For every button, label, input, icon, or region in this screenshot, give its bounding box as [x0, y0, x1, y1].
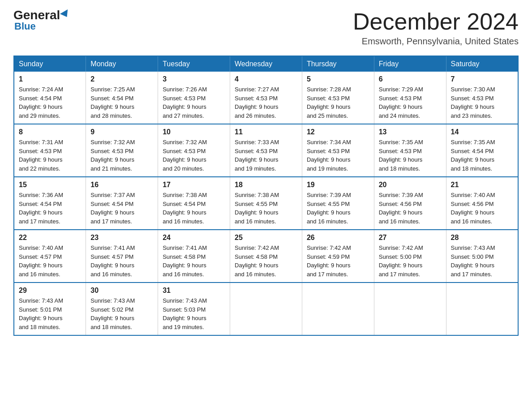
day-number: 11	[235, 128, 297, 136]
day-number: 6	[379, 75, 442, 83]
day-info: Sunrise: 7:31 AMSunset: 4:53 PMDaylight:…	[19, 139, 63, 172]
day-info: Sunrise: 7:32 AMSunset: 4:53 PMDaylight:…	[163, 139, 207, 172]
day-info: Sunrise: 7:34 AMSunset: 4:53 PMDaylight:…	[307, 139, 351, 172]
day-number: 30	[90, 287, 153, 295]
logo: General Blue	[13, 9, 70, 32]
day-number: 2	[90, 75, 153, 83]
day-info: Sunrise: 7:43 AMSunset: 5:03 PMDaylight:…	[163, 297, 207, 330]
calendar-week-row: 29 Sunrise: 7:43 AMSunset: 5:01 PMDaylig…	[14, 283, 518, 335]
day-info: Sunrise: 7:25 AMSunset: 4:54 PMDaylight:…	[90, 86, 135, 119]
day-number: 25	[235, 234, 297, 242]
day-number: 16	[90, 181, 153, 189]
day-number: 27	[379, 234, 442, 242]
day-info: Sunrise: 7:42 AMSunset: 5:00 PMDaylight:…	[379, 244, 423, 278]
calendar-cell	[302, 283, 374, 335]
calendar-cell: 15 Sunrise: 7:36 AMSunset: 4:54 PMDaylig…	[14, 177, 86, 230]
weekday-header-tuesday: Tuesday	[158, 56, 230, 72]
calendar-header-row: SundayMondayTuesdayWednesdayThursdayFrid…	[14, 56, 518, 72]
day-info: Sunrise: 7:35 AMSunset: 4:54 PMDaylight:…	[451, 139, 495, 172]
day-info: Sunrise: 7:43 AMSunset: 5:01 PMDaylight:…	[19, 297, 63, 330]
day-info: Sunrise: 7:38 AMSunset: 4:55 PMDaylight:…	[235, 192, 279, 225]
calendar-cell: 25 Sunrise: 7:42 AMSunset: 4:58 PMDaylig…	[230, 230, 302, 283]
day-number: 31	[163, 287, 225, 295]
logo-general-text: General	[13, 8, 70, 22]
day-info: Sunrise: 7:39 AMSunset: 4:56 PMDaylight:…	[379, 192, 423, 225]
calendar-cell: 21 Sunrise: 7:40 AMSunset: 4:56 PMDaylig…	[446, 177, 518, 230]
day-number: 19	[307, 181, 369, 189]
day-number: 10	[163, 128, 225, 136]
day-info: Sunrise: 7:37 AMSunset: 4:54 PMDaylight:…	[90, 192, 135, 225]
logo-top: General	[13, 9, 70, 21]
calendar-cell: 1 Sunrise: 7:24 AMSunset: 4:54 PMDayligh…	[14, 72, 86, 124]
weekday-header-saturday: Saturday	[446, 56, 518, 72]
calendar-cell: 24 Sunrise: 7:41 AMSunset: 4:58 PMDaylig…	[158, 230, 230, 283]
calendar-cell: 28 Sunrise: 7:43 AMSunset: 5:00 PMDaylig…	[446, 230, 518, 283]
day-info: Sunrise: 7:39 AMSunset: 4:55 PMDaylight:…	[307, 192, 351, 225]
day-number: 22	[19, 234, 81, 242]
day-number: 21	[451, 181, 513, 189]
day-number: 12	[307, 128, 369, 136]
day-info: Sunrise: 7:32 AMSunset: 4:53 PMDaylight:…	[90, 139, 135, 172]
day-info: Sunrise: 7:24 AMSunset: 4:54 PMDaylight:…	[19, 86, 63, 119]
calendar-cell: 10 Sunrise: 7:32 AMSunset: 4:53 PMDaylig…	[158, 124, 230, 177]
calendar-cell: 11 Sunrise: 7:33 AMSunset: 4:53 PMDaylig…	[230, 124, 302, 177]
calendar-cell: 17 Sunrise: 7:38 AMSunset: 4:54 PMDaylig…	[158, 177, 230, 230]
weekday-header-friday: Friday	[374, 56, 446, 72]
calendar-cell: 13 Sunrise: 7:35 AMSunset: 4:53 PMDaylig…	[374, 124, 446, 177]
day-info: Sunrise: 7:35 AMSunset: 4:53 PMDaylight:…	[379, 139, 423, 172]
title-area: December 2024 Emsworth, Pennsylvania, Un…	[353, 9, 519, 47]
calendar-week-row: 1 Sunrise: 7:24 AMSunset: 4:54 PMDayligh…	[14, 72, 518, 124]
calendar-cell: 2 Sunrise: 7:25 AMSunset: 4:54 PMDayligh…	[86, 72, 158, 124]
weekday-header-thursday: Thursday	[302, 56, 374, 72]
calendar-cell: 9 Sunrise: 7:32 AMSunset: 4:53 PMDayligh…	[86, 124, 158, 177]
day-info: Sunrise: 7:33 AMSunset: 4:53 PMDaylight:…	[235, 139, 279, 172]
calendar-cell: 12 Sunrise: 7:34 AMSunset: 4:53 PMDaylig…	[302, 124, 374, 177]
day-number: 8	[19, 128, 81, 136]
day-info: Sunrise: 7:28 AMSunset: 4:53 PMDaylight:…	[307, 86, 351, 119]
calendar-cell: 20 Sunrise: 7:39 AMSunset: 4:56 PMDaylig…	[374, 177, 446, 230]
calendar-cell: 7 Sunrise: 7:30 AMSunset: 4:53 PMDayligh…	[446, 72, 518, 124]
calendar-cell: 23 Sunrise: 7:41 AMSunset: 4:57 PMDaylig…	[86, 230, 158, 283]
day-number: 23	[90, 234, 153, 242]
calendar-cell: 27 Sunrise: 7:42 AMSunset: 5:00 PMDaylig…	[374, 230, 446, 283]
day-info: Sunrise: 7:43 AMSunset: 5:02 PMDaylight:…	[90, 297, 135, 330]
logo-blue-text: Blue	[14, 21, 36, 32]
calendar-cell: 16 Sunrise: 7:37 AMSunset: 4:54 PMDaylig…	[86, 177, 158, 230]
calendar-table: SundayMondayTuesdayWednesdayThursdayFrid…	[13, 56, 519, 336]
calendar-week-row: 15 Sunrise: 7:36 AMSunset: 4:54 PMDaylig…	[14, 177, 518, 230]
day-number: 7	[451, 75, 513, 83]
day-number: 26	[307, 234, 369, 242]
month-year-title: December 2024	[353, 9, 519, 34]
day-info: Sunrise: 7:36 AMSunset: 4:54 PMDaylight:…	[19, 192, 63, 225]
calendar-cell: 14 Sunrise: 7:35 AMSunset: 4:54 PMDaylig…	[446, 124, 518, 177]
calendar-cell: 31 Sunrise: 7:43 AMSunset: 5:03 PMDaylig…	[158, 283, 230, 335]
calendar-week-row: 22 Sunrise: 7:40 AMSunset: 4:57 PMDaylig…	[14, 230, 518, 283]
day-info: Sunrise: 7:27 AMSunset: 4:53 PMDaylight:…	[235, 86, 279, 119]
calendar-cell	[230, 283, 302, 335]
day-info: Sunrise: 7:42 AMSunset: 4:58 PMDaylight:…	[235, 244, 279, 278]
day-info: Sunrise: 7:42 AMSunset: 4:59 PMDaylight:…	[307, 244, 351, 278]
day-number: 18	[235, 181, 297, 189]
weekday-header-wednesday: Wednesday	[230, 56, 302, 72]
day-number: 9	[90, 128, 153, 136]
calendar-cell: 8 Sunrise: 7:31 AMSunset: 4:53 PMDayligh…	[14, 124, 86, 177]
page-header: General Blue December 2024 Emsworth, Pen…	[13, 9, 519, 47]
day-info: Sunrise: 7:26 AMSunset: 4:53 PMDaylight:…	[163, 86, 207, 119]
calendar-cell: 29 Sunrise: 7:43 AMSunset: 5:01 PMDaylig…	[14, 283, 86, 335]
calendar-cell: 4 Sunrise: 7:27 AMSunset: 4:53 PMDayligh…	[230, 72, 302, 124]
day-number: 29	[19, 287, 81, 295]
logo-triangle-icon	[60, 9, 71, 19]
weekday-header-sunday: Sunday	[14, 56, 86, 72]
calendar-cell: 5 Sunrise: 7:28 AMSunset: 4:53 PMDayligh…	[302, 72, 374, 124]
weekday-header-monday: Monday	[86, 56, 158, 72]
day-number: 24	[163, 234, 225, 242]
calendar-cell: 30 Sunrise: 7:43 AMSunset: 5:02 PMDaylig…	[86, 283, 158, 335]
day-info: Sunrise: 7:40 AMSunset: 4:57 PMDaylight:…	[19, 244, 63, 278]
day-info: Sunrise: 7:38 AMSunset: 4:54 PMDaylight:…	[163, 192, 207, 225]
day-info: Sunrise: 7:40 AMSunset: 4:56 PMDaylight:…	[451, 192, 495, 225]
calendar-cell: 18 Sunrise: 7:38 AMSunset: 4:55 PMDaylig…	[230, 177, 302, 230]
day-number: 13	[379, 128, 442, 136]
day-number: 3	[163, 75, 225, 83]
day-info: Sunrise: 7:30 AMSunset: 4:53 PMDaylight:…	[451, 86, 495, 119]
calendar-cell: 22 Sunrise: 7:40 AMSunset: 4:57 PMDaylig…	[14, 230, 86, 283]
